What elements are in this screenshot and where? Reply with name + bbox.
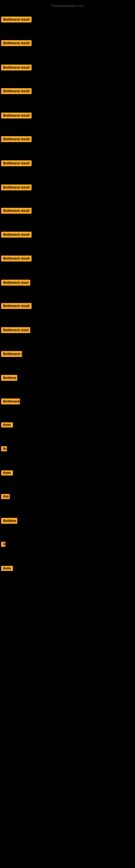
bottleneck-badge[interactable]: Bott [1, 494, 10, 499]
bottleneck-badge[interactable]: Bottleneck result [1, 17, 32, 23]
bottleneck-badge[interactable]: B [1, 542, 5, 547]
result-row: Bottleneck result [0, 159, 33, 168]
bottleneck-badge[interactable]: Bottleneck result [1, 40, 32, 46]
bottleneck-badge[interactable]: Bo [1, 446, 7, 452]
bottleneck-badge[interactable]: Bottleneck result [1, 88, 32, 94]
bottleneck-badge[interactable]: Bottleneck result [1, 255, 32, 261]
bottleneck-badge[interactable]: Bottle [1, 566, 13, 571]
result-row: Bott [0, 493, 11, 501]
result-row: Bottleneck result [0, 87, 33, 96]
bottleneck-badge[interactable]: Bottleneck r [1, 351, 22, 357]
result-row: Bottleneck result [0, 39, 33, 48]
result-row: Bottleneck r [0, 350, 23, 359]
result-row: Bottleneck resul [0, 279, 31, 288]
bottleneck-badge[interactable]: Bottleneck resul [1, 280, 30, 286]
bottleneck-badge[interactable]: Bottleneck result [1, 231, 32, 238]
bottleneck-badge[interactable]: Bottlene [1, 518, 17, 524]
bottleneck-badge[interactable]: Bottle [1, 422, 13, 428]
bottleneck-badge[interactable]: Bottleneck result [1, 65, 32, 70]
result-row: Bottleneck resul [0, 326, 31, 335]
result-row: Bottleneck result [0, 207, 33, 216]
bottleneck-badge[interactable]: Bottleneck [1, 399, 20, 404]
result-row: Bottleneck result [0, 63, 33, 73]
result-row: Bo [0, 445, 8, 454]
result-row: Bottle [0, 421, 14, 430]
bottleneck-badge[interactable]: Bottleneck resul [1, 327, 30, 333]
result-row: Bottleneck result [0, 16, 33, 25]
result-row: B [0, 540, 6, 549]
result-row: Bottle [0, 469, 14, 478]
result-row: Bottlene [0, 374, 18, 383]
bottleneck-badge[interactable]: Bottleneck result [1, 160, 32, 166]
bottleneck-badge[interactable]: Bottle [1, 470, 13, 475]
bottleneck-badge[interactable]: Bottleneck result [1, 113, 32, 119]
result-row: Bottleneck result [0, 135, 33, 144]
result-row: Bottleneck result [0, 230, 33, 240]
bottleneck-badge[interactable]: Bottleneck result [1, 303, 32, 309]
result-row: Bottle [0, 565, 14, 573]
result-row: Bottleneck result [0, 254, 33, 264]
bottleneck-badge[interactable]: Bottleneck result [1, 184, 32, 190]
result-row: Bottleneck result [0, 183, 33, 193]
bottleneck-badge[interactable]: Bottlene [1, 375, 17, 381]
bottleneck-badge[interactable]: Bottleneck result [1, 208, 32, 214]
result-row: Bottleneck result [0, 302, 33, 311]
bottleneck-badge[interactable]: Bottleneck result [1, 136, 32, 142]
result-row: Bottleneck result [0, 112, 33, 121]
result-row: Bottleneck [0, 397, 21, 407]
result-row: Bottlene [0, 517, 18, 526]
